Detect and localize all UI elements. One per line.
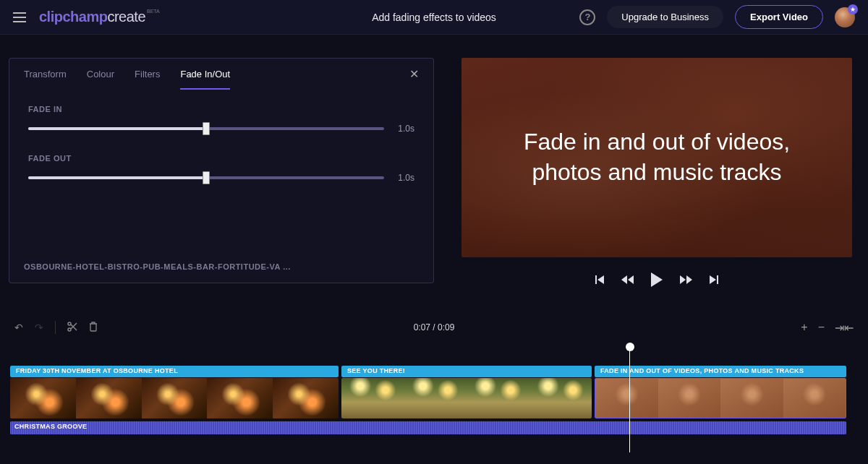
audio-clip[interactable]: CHRISTMAS GROOVE bbox=[10, 421, 846, 434]
cut-icon[interactable] bbox=[67, 322, 77, 334]
preview-area: Fade in and out of videos, photos and mu… bbox=[454, 58, 859, 317]
selected-clip-name: OSBOURNE-HOTEL-BISTRO-PUB-MEALS-BAR-FORT… bbox=[9, 262, 433, 271]
playhead[interactable] bbox=[629, 345, 630, 452]
app-header: clipchampcreateBETA Add fading effects t… bbox=[0, 0, 868, 35]
export-button[interactable]: Export Video bbox=[735, 5, 823, 29]
audio-clip-label: CHRISTMAS GROOVE bbox=[14, 423, 87, 430]
text-clip-3[interactable]: FADE IN AND OUT OF VIDEOS, PHOTOS AND MU… bbox=[595, 366, 846, 377]
forward-icon[interactable] bbox=[680, 275, 693, 285]
menu-icon[interactable] bbox=[13, 12, 26, 22]
tab-filters[interactable]: Filters bbox=[135, 59, 160, 90]
skip-start-icon[interactable] bbox=[595, 275, 605, 285]
text-clip-1[interactable]: FRIDAY 30TH NOVEMBER AT OSBOURNE HOTEL bbox=[10, 366, 339, 377]
main-area: Transform Colour Filters Fade In/Out ✕ F… bbox=[0, 35, 868, 317]
playback-controls bbox=[595, 272, 719, 288]
timeline-toolbar: ↶ ↷ 0:07 / 0:09 + − ⇥⇤ bbox=[0, 317, 868, 338]
video-clip-2[interactable] bbox=[341, 378, 592, 418]
effects-panel: Transform Colour Filters Fade In/Out ✕ F… bbox=[9, 58, 434, 283]
rewind-icon[interactable] bbox=[621, 275, 634, 285]
video-clip-1[interactable] bbox=[10, 378, 339, 418]
fade-out-slider-handle[interactable] bbox=[203, 171, 210, 184]
fade-out-slider[interactable] bbox=[28, 176, 384, 179]
fade-in-label: FADE IN bbox=[28, 105, 414, 113]
tab-colour[interactable]: Colour bbox=[87, 59, 114, 90]
text-clip-2[interactable]: SEE YOU THERE! bbox=[341, 366, 592, 377]
fade-out-value: 1.0s bbox=[394, 173, 414, 183]
video-preview[interactable]: Fade in and out of videos, photos and mu… bbox=[461, 58, 852, 257]
video-track bbox=[10, 378, 858, 418]
zoom-out-icon[interactable]: − bbox=[818, 321, 825, 335]
close-panel-icon[interactable]: ✕ bbox=[409, 67, 419, 81]
time-display: 0:07 / 0:09 bbox=[414, 322, 455, 332]
fade-in-slider[interactable] bbox=[28, 127, 384, 130]
user-avatar[interactable] bbox=[835, 7, 855, 27]
svg-point-1 bbox=[68, 328, 71, 331]
video-clip-3-selected[interactable] bbox=[595, 378, 846, 418]
play-icon[interactable] bbox=[650, 272, 664, 288]
redo-icon[interactable]: ↷ bbox=[35, 322, 43, 333]
project-title: Add fading effects to videos bbox=[372, 12, 496, 23]
app-logo[interactable]: clipchampcreateBETA bbox=[39, 9, 160, 25]
tab-transform[interactable]: Transform bbox=[24, 59, 67, 90]
preview-overlay-text: Fade in and out of videos, photos and mu… bbox=[461, 127, 852, 187]
fade-in-slider-handle[interactable] bbox=[203, 122, 210, 135]
fade-in-value: 1.0s bbox=[394, 124, 414, 134]
svg-point-0 bbox=[68, 322, 71, 325]
timeline[interactable]: FRIDAY 30TH NOVEMBER AT OSBOURNE HOTEL S… bbox=[0, 366, 868, 452]
skip-end-icon[interactable] bbox=[709, 275, 719, 285]
text-track: FRIDAY 30TH NOVEMBER AT OSBOURNE HOTEL S… bbox=[10, 366, 858, 377]
upgrade-button[interactable]: Upgrade to Business bbox=[607, 6, 723, 28]
delete-icon[interactable] bbox=[89, 322, 98, 334]
fit-icon[interactable]: ⇥⇤ bbox=[835, 321, 854, 335]
zoom-in-icon[interactable]: + bbox=[801, 321, 807, 335]
fade-out-label: FADE OUT bbox=[28, 154, 414, 163]
tab-fade[interactable]: Fade In/Out bbox=[180, 59, 230, 90]
effects-tabs: Transform Colour Filters Fade In/Out ✕ bbox=[9, 59, 433, 90]
help-icon[interactable]: ? bbox=[579, 9, 595, 25]
undo-icon[interactable]: ↶ bbox=[14, 322, 23, 333]
